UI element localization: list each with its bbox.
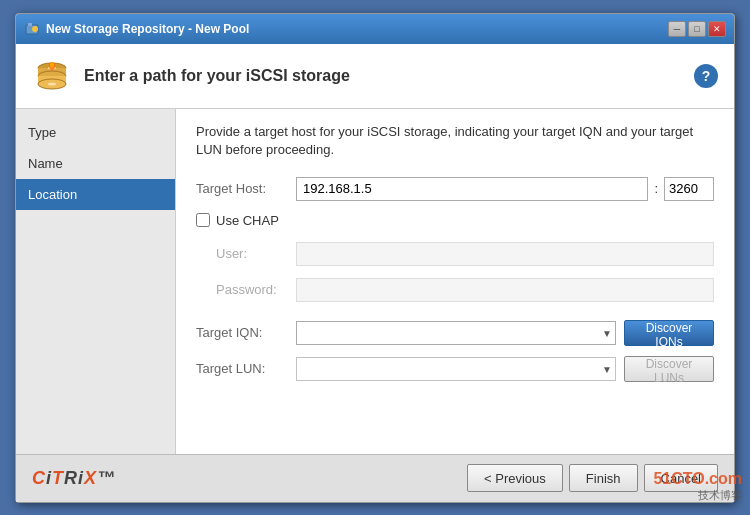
help-button[interactable]: ? (694, 64, 718, 88)
target-lun-row: Target LUN: ▼ Discover LUNs (196, 356, 714, 382)
maximize-button[interactable]: □ (688, 21, 706, 37)
finish-button[interactable]: Finish (569, 464, 638, 492)
watermark-sub: 技术博客 (653, 488, 742, 503)
dialog-footer: CiTRiX™ < Previous Finish Cancel (16, 454, 734, 502)
previous-button[interactable]: < Previous (467, 464, 563, 492)
svg-point-11 (50, 62, 54, 68)
user-input[interactable] (296, 242, 714, 266)
close-button[interactable]: ✕ (708, 21, 726, 37)
target-iqn-label: Target IQN: (196, 325, 296, 340)
sidebar-item-location[interactable]: Location (16, 179, 175, 210)
user-label: User: (216, 246, 296, 261)
port-input[interactable] (664, 177, 714, 201)
window-title: New Storage Repository - New Pool (46, 22, 668, 36)
sidebar: Type Name Location (16, 109, 176, 454)
main-form: Provide a target host for your iSCSI sto… (176, 109, 734, 454)
svg-point-2 (32, 26, 38, 32)
use-chap-label: Use CHAP (216, 213, 279, 228)
minimize-button[interactable]: ─ (668, 21, 686, 37)
use-chap-row: Use CHAP (196, 213, 714, 228)
sidebar-item-type[interactable]: Type (16, 117, 175, 148)
password-input[interactable] (296, 278, 714, 302)
target-lun-label: Target LUN: (196, 361, 296, 376)
dialog-title: Enter a path for your iSCSI storage (84, 67, 694, 85)
target-host-input[interactable] (296, 177, 648, 201)
discover-luns-button[interactable]: Discover LUNs (624, 356, 714, 382)
target-lun-dropdown[interactable] (296, 357, 616, 381)
footer-left: CiTRiX™ (32, 468, 467, 489)
user-row: User: (216, 242, 714, 266)
target-lun-dropdown-wrapper: ▼ (296, 357, 616, 381)
target-iqn-dropdown-wrapper: ▼ (296, 321, 616, 345)
password-label: Password: (216, 282, 296, 297)
watermark: 51CTO.com 技术博客 (653, 470, 742, 503)
sidebar-item-name[interactable]: Name (16, 148, 175, 179)
dialog-header: Enter a path for your iSCSI storage ? (16, 44, 734, 109)
target-host-row: Target Host: : (196, 177, 714, 201)
title-bar: New Storage Repository - New Pool ─ □ ✕ (16, 14, 734, 44)
port-separator: : (654, 181, 658, 196)
content-area: Type Name Location Provide a target host… (16, 109, 734, 454)
citrix-logo: CiTRiX™ (32, 468, 116, 489)
target-iqn-dropdown[interactable] (296, 321, 616, 345)
main-window: New Storage Repository - New Pool ─ □ ✕ (15, 13, 735, 503)
storage-icon (32, 56, 72, 96)
discover-iqns-button[interactable]: Discover IQNs (624, 320, 714, 346)
description-text: Provide a target host for your iSCSI sto… (196, 123, 714, 159)
watermark-site: 51CTO.com (653, 470, 742, 488)
svg-point-9 (48, 82, 56, 85)
password-row: Password: (216, 278, 714, 302)
svg-rect-1 (28, 23, 32, 26)
target-iqn-row: Target IQN: ▼ Discover IQNs (196, 320, 714, 346)
window-icon (24, 21, 40, 37)
target-host-label: Target Host: (196, 181, 296, 196)
use-chap-checkbox[interactable] (196, 213, 210, 227)
window-controls: ─ □ ✕ (668, 21, 726, 37)
